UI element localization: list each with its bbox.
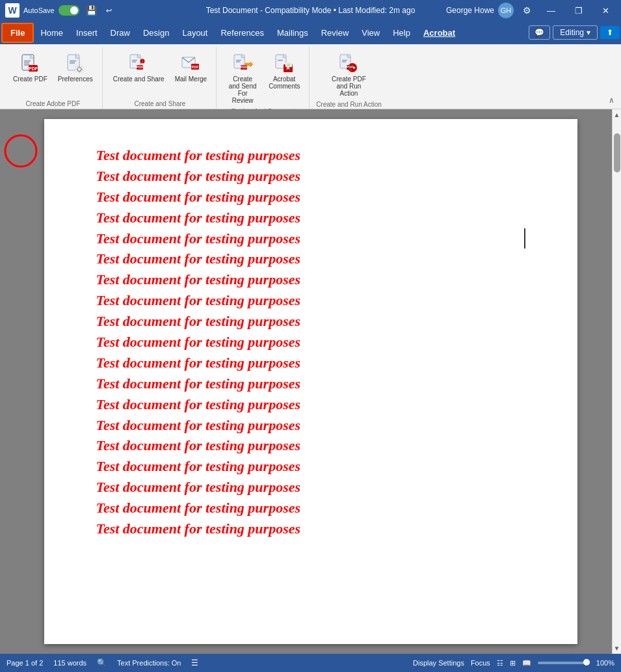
svg-text:PDF: PDF (29, 66, 38, 71)
svg-rect-19 (132, 62, 136, 62)
acrobat-comments-icon: A (274, 53, 295, 74)
status-bar-right: Display Settings Focus ☷ ⊞ 📖 100% (413, 659, 614, 667)
document-page: Test document for testing purposesTest d… (44, 119, 577, 644)
svg-text:↑: ↑ (141, 59, 144, 64)
ribbon-btn-create-share[interactable]: ↑ PDF Create and Share (109, 51, 168, 85)
svg-text:PDF: PDF (347, 65, 354, 69)
ribbon-expand-button[interactable]: ∧ (606, 94, 617, 109)
menu-mailings[interactable]: Mailings (271, 24, 315, 42)
restore-button[interactable]: ❐ (568, 3, 589, 18)
svg-rect-34 (278, 60, 283, 60)
track-changes-icon[interactable]: ☰ (191, 658, 198, 667)
doc-line: Test document for testing purposes (96, 373, 525, 394)
svg-rect-9 (70, 60, 76, 62)
svg-rect-29 (236, 62, 240, 62)
word-count: 115 words (53, 659, 86, 667)
svg-text:PDF: PDF (137, 65, 144, 69)
autosave-toggle[interactable] (59, 5, 79, 16)
doc-line: Test document for testing purposes (96, 145, 525, 166)
doc-line: Test document for testing purposes (96, 290, 525, 311)
ribbon-group-label-4: Create and Run Action (316, 100, 382, 109)
doc-line: Test document for testing purposes (96, 477, 525, 498)
undo-icon[interactable]: ↩ (103, 5, 114, 16)
minimize-button[interactable]: — (540, 3, 562, 18)
create-pdf-label: Create PDF (13, 75, 47, 83)
ribbon-buttons-4: PDF Create PDF and Run Action (325, 48, 372, 100)
doc-line: Test document for testing purposes (96, 415, 525, 436)
accessibility-icon[interactable]: 🔍 (97, 658, 107, 667)
ribbon-btn-create-pdf[interactable]: PDF Create PDF (9, 51, 51, 85)
ribbon-group-review: PDF Create and Send For Review A (218, 47, 310, 109)
ribbon-btn-create-send[interactable]: PDF Create and Send For Review (223, 51, 262, 107)
doc-line: Test document for testing purposes (96, 269, 525, 290)
doc-line: Test document for testing purposes (96, 166, 525, 187)
comments-button[interactable]: 💬 (529, 25, 550, 40)
document-title: Test Document - Compatibility Mode • Las… (206, 6, 416, 15)
focus-mode[interactable]: Focus (471, 659, 490, 667)
doc-line: Test document for testing purposes (96, 498, 525, 518)
save-icon[interactable]: 💾 (83, 4, 99, 17)
display-settings[interactable]: Display Settings (413, 659, 464, 667)
svg-text:PDF: PDF (192, 65, 200, 69)
doc-line: Test document for testing purposes (96, 332, 525, 353)
ribbon-btn-create-pdf-run[interactable]: PDF Create PDF and Run Action (325, 51, 372, 100)
editing-label: Editing (560, 28, 584, 37)
menu-draw[interactable]: Draw (104, 24, 137, 42)
preferences-label: Preferences (58, 75, 93, 83)
editing-button[interactable]: Editing ▾ (553, 25, 598, 40)
zoom-slider[interactable] (538, 662, 590, 664)
create-send-label: Create and Send For Review (227, 75, 258, 104)
scroll-up-button[interactable]: ▲ (614, 109, 620, 120)
status-bar: Page 1 of 2 115 words 🔍 Text Predictions… (0, 654, 621, 672)
scrollbar-thumb[interactable] (614, 133, 620, 172)
ribbon-buttons-1: PDF Create PDF (9, 48, 97, 85)
menu-design[interactable]: Design (137, 24, 176, 42)
svg-rect-18 (132, 60, 137, 60)
ribbon-btn-preferences[interactable]: Preferences (54, 51, 97, 85)
svg-point-50 (5, 135, 36, 167)
zoom-thumb (583, 659, 590, 665)
create-send-icon: PDF (232, 53, 253, 74)
svg-rect-2 (24, 60, 31, 62)
title-bar-left: W AutoSave 💾 ↩ (5, 3, 114, 18)
user-area: George Howe GH (446, 3, 514, 18)
menu-file[interactable]: File (1, 23, 34, 43)
options-icon[interactable]: ⚙ (520, 4, 534, 17)
create-pdf-icon: PDF (20, 53, 40, 74)
ribbon-btn-acrobat-comments[interactable]: A Acrobat Comments (265, 51, 304, 92)
ribbon-buttons-2: ↑ PDF Create and Share PDF Mail Merge (109, 48, 211, 85)
ribbon: PDF Create PDF (0, 44, 621, 109)
scrollbar-vertical[interactable]: ▲ ▼ (612, 109, 621, 654)
title-bar: W AutoSave 💾 ↩ Test Document - Compatibi… (0, 0, 621, 21)
menu-references[interactable]: References (214, 24, 270, 42)
svg-rect-3 (24, 62, 29, 64)
layout-icon[interactable]: ☷ (497, 659, 503, 667)
ribbon-group-label-1: Create Adobe PDF (25, 99, 80, 109)
doc-line: Test document for testing purposes (96, 518, 525, 539)
text-predictions[interactable]: Text Predictions: On (117, 659, 181, 667)
menu-review[interactable]: Review (315, 24, 356, 42)
create-share-icon: ↑ PDF (128, 53, 149, 74)
immersive-reader-icon[interactable]: 📖 (522, 659, 531, 667)
close-button[interactable]: ✕ (596, 3, 616, 18)
svg-rect-10 (70, 62, 75, 64)
menu-help[interactable]: Help (386, 24, 417, 42)
menu-home[interactable]: Home (34, 24, 70, 42)
menu-layout[interactable]: Layout (176, 24, 214, 42)
ribbon-group-create-adobe-pdf: PDF Create PDF (4, 47, 103, 109)
menu-insert[interactable]: Insert (70, 24, 104, 42)
mail-merge-icon: PDF (180, 53, 201, 74)
doc-line: Test document for testing purposes (96, 249, 525, 269)
menu-view[interactable]: View (355, 24, 386, 42)
share-button[interactable]: ⬆ (600, 26, 620, 39)
svg-text:PDF: PDF (241, 65, 248, 69)
svg-rect-43 (342, 62, 346, 62)
create-pdf-run-label: Create PDF and Run Action (329, 75, 368, 97)
doc-line: Test document for testing purposes (96, 456, 525, 477)
document-view-icon[interactable]: ⊞ (510, 659, 516, 667)
scroll-down-button[interactable]: ▼ (614, 643, 620, 654)
word-icon: W (5, 3, 20, 18)
ribbon-btn-mail-merge[interactable]: PDF Mail Merge (171, 51, 211, 85)
doc-line: Test document for testing purposes (96, 394, 525, 415)
menu-acrobat[interactable]: Acrobat (417, 24, 462, 42)
